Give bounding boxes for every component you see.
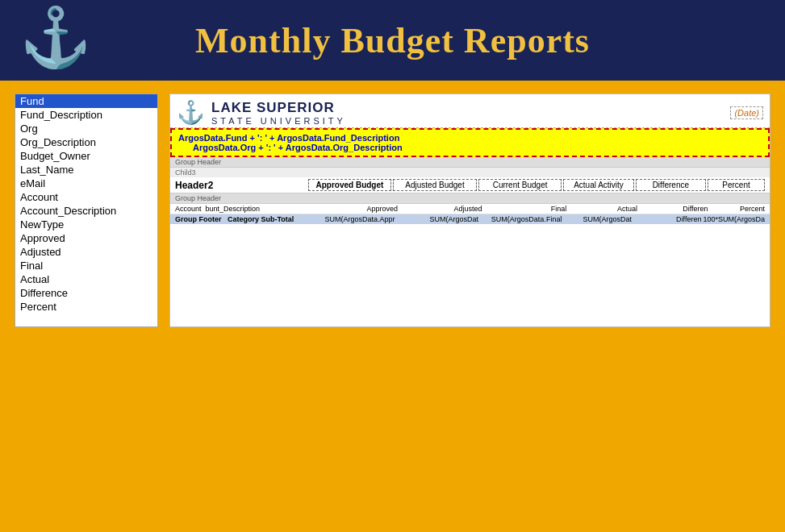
group-header2-label: Group Header [170,193,770,204]
data-desc-label: bunt_Description [206,205,261,213]
footer-actual: SUM(ArgosDat [563,215,632,223]
footer-final: SUM(ArgosData.Final [480,215,562,223]
report-preview-panel: ⚓ LAKE SUPERIOR STATE UNIVERSITY (Date) … [169,94,770,327]
report-logo-row: ⚓ LAKE SUPERIOR STATE UNIVERSITY (Date) [170,94,770,128]
field-item-newtype[interactable]: NewType [15,218,157,231]
university-logo: ⚓ LAKE SUPERIOR STATE UNIVERSITY [177,99,346,126]
field-item-fund_description[interactable]: Fund_Description [15,108,157,122]
report-date-field: (Date) [730,106,763,119]
child-label: Child3 [170,168,770,177]
anchor-icon: ⚓ [19,8,92,66]
col-actual-header: Actual Activity [563,179,633,191]
col-adjusted-header: Adjusted Budget [393,179,477,191]
field-item-fund[interactable]: Fund [15,94,157,108]
footer-adjusted: SUM(ArgosDat [397,215,478,223]
field-item-difference[interactable]: Difference [15,286,157,300]
formula-line-1: ArgosData.Fund + ': ' + ArgosData.Fund_D… [178,133,762,143]
col-pct-header: Percent [708,179,765,191]
data-approved: Approved [315,205,398,213]
university-name-block: LAKE SUPERIOR STATE UNIVERSITY [211,100,346,126]
col-approved-header: Approved Budget [308,179,392,191]
col-diff-header: Difference [636,179,706,191]
university-sub: STATE UNIVERSITY [211,116,346,126]
page-header: ⚓ Monthly Budget Reports [0,0,785,81]
field-item-budget_owner[interactable]: Budget_Owner [15,149,157,163]
footer-pct: 100*SUM(ArgosDa [703,215,765,223]
field-item-email[interactable]: eMail [15,177,157,190]
field-list-panel: FundFund_DescriptionOrgOrg_DescriptionBu… [15,94,158,327]
formula-band: ArgosData.Fund + ': ' + ArgosData.Fund_D… [170,128,770,157]
data-adjusted: Adjusted [399,205,482,213]
data-final: Final [484,205,567,213]
field-item-org[interactable]: Org [15,122,157,135]
university-anchor-icon: ⚓ [177,99,205,126]
field-item-adjusted[interactable]: Adjusted [15,245,157,259]
data-pct: Percent [710,205,765,213]
group-header-label: Group Header [170,157,770,168]
field-item-account_description[interactable]: Account_Description [15,204,157,218]
field-item-account[interactable]: Account [15,190,157,204]
col-current-header: Current Budget [478,179,562,191]
report-data-row: Account bunt_Description Approved Adjust… [170,204,770,214]
footer-diff: Differen [633,215,702,223]
data-diff: Differen [639,205,708,213]
footer-header-label: Group Footer [175,215,222,223]
field-item-final[interactable]: Final [15,259,157,272]
header2-label: Header2 [175,180,307,191]
page-title: Monthly Budget Reports [195,20,590,61]
data-account-label: Account [175,205,202,213]
data-col-account: Account bunt_Description [175,205,313,213]
formula-line-2: ArgosData.Org + ': ' + ArgosData.Org_Des… [178,143,762,152]
footer-subtotal: Category Sub-Total [228,215,294,223]
footer-label: Group Footer Category Sub-Total [175,215,311,223]
university-name: LAKE SUPERIOR [211,100,346,116]
footer-approved: SUM(ArgosData.Appr [313,215,395,223]
data-actual: Actual [568,205,637,213]
field-item-last_name[interactable]: Last_Name [15,163,157,177]
field-item-org_description[interactable]: Org_Description [15,135,157,149]
field-item-approved[interactable]: Approved [15,231,157,245]
report-header2-row: Header2 Approved Budget Adjusted Budget … [170,177,770,193]
field-item-actual[interactable]: Actual [15,272,157,286]
field-item-percent[interactable]: Percent [15,300,157,314]
group-footer-row: Group Footer Category Sub-Total SUM(Argo… [170,214,770,224]
main-content: FundFund_DescriptionOrgOrg_DescriptionBu… [0,81,785,532]
